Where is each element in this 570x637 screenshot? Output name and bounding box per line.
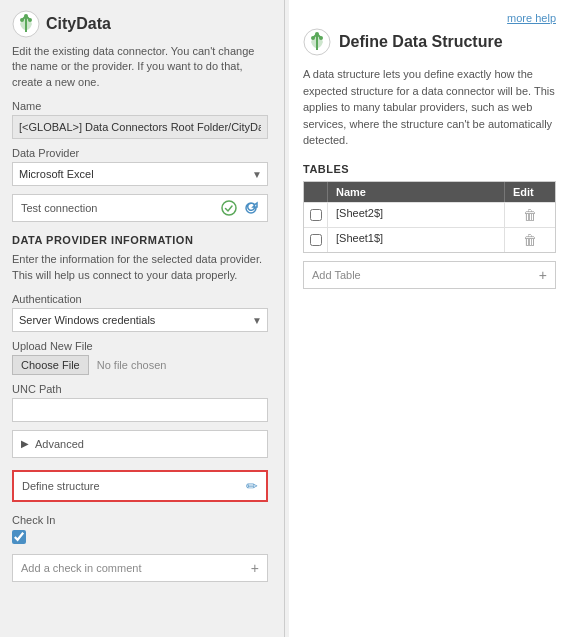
checkbox-row [12,530,268,544]
row-checkbox-2[interactable] [310,234,322,246]
test-connection-label: Test connection [21,202,221,214]
section-title: DATA PROVIDER INFORMATION [12,234,268,246]
authentication-select[interactable]: Server Windows credentials [12,308,268,332]
svg-point-6 [315,32,319,36]
add-comment-label: Add a check in comment [21,562,251,574]
check-icon [221,200,237,216]
refresh-icon [243,200,259,216]
header-edit-cell: Edit [505,182,555,202]
advanced-label: Advanced [35,438,84,450]
row-name-cell-1: [Sheet2$] [328,203,505,227]
check-in-checkbox[interactable] [12,530,26,544]
svg-point-4 [222,201,236,215]
define-structure-label: Define structure [22,480,246,492]
add-table-plus-icon: + [539,267,547,283]
tables-title: TABLES [303,163,556,175]
right-connector-icon [303,28,331,56]
left-panel: CityData Edit the existing data connecto… [0,0,280,637]
authentication-label: Authentication [12,293,268,305]
row-checkbox-1[interactable] [310,209,322,221]
delete-row-2-icon[interactable]: 🗑 [523,232,537,248]
table-header-row: Name Edit [304,182,555,202]
data-provider-wrapper: Microsoft Excel ▼ [12,162,268,186]
unc-input[interactable] [12,398,268,422]
define-structure-row[interactable]: Define structure ✏ [12,470,268,502]
row-checkbox-cell-1 [304,203,328,227]
svg-point-3 [28,18,32,22]
delete-row-1-icon[interactable]: 🗑 [523,207,537,223]
svg-point-1 [24,14,28,18]
row-checkbox-cell-2 [304,228,328,252]
panel-divider [284,0,285,637]
app-title: CityData [46,15,111,33]
description-text: Edit the existing data connector. You ca… [12,44,268,90]
name-label: Name [12,100,268,112]
svg-point-2 [20,18,24,22]
right-description: A data structure lets you define exactly… [303,66,556,149]
unc-label: UNC Path [12,383,268,395]
data-provider-select[interactable]: Microsoft Excel [12,162,268,186]
test-connection-row[interactable]: Test connection [12,194,268,222]
connector-icon [12,10,40,38]
file-upload-row: Choose File No file chosen [12,355,268,375]
right-title: Define Data Structure [339,33,503,51]
authentication-wrapper: Server Windows credentials ▼ [12,308,268,332]
add-table-label: Add Table [312,269,539,281]
name-input[interactable] [12,115,268,139]
advanced-row[interactable]: ▶ Advanced [12,430,268,458]
section-desc: Enter the information for the selected d… [12,252,268,283]
row-name-cell-2: [Sheet1$] [328,228,505,252]
more-help-link[interactable]: more help [303,12,556,24]
table-row: [Sheet1$] 🗑 [304,227,555,252]
choose-file-button[interactable]: Choose File [12,355,89,375]
add-table-row[interactable]: Add Table + [303,261,556,289]
data-provider-label: Data Provider [12,147,268,159]
svg-point-8 [319,36,323,40]
row-edit-cell-1: 🗑 [505,203,555,227]
tables-container: Name Edit [Sheet2$] 🗑 [Sheet1$] 🗑 [303,181,556,253]
svg-point-7 [311,36,315,40]
table-row: [Sheet2$] 🗑 [304,202,555,227]
test-icons [221,200,259,216]
define-structure-icon: ✏ [246,478,258,494]
right-panel: more help Define Data Structure A data s… [289,0,570,637]
header-name-cell: Name [328,182,505,202]
row-edit-cell-2: 🗑 [505,228,555,252]
header-checkbox-cell [304,182,328,202]
add-comment-plus-icon: + [251,560,259,576]
add-comment-row[interactable]: Add a check in comment + [12,554,268,582]
upload-label: Upload New File [12,340,268,352]
no-file-text: No file chosen [97,359,167,371]
advanced-arrow-icon: ▶ [21,438,29,449]
check-in-label: Check In [12,514,268,526]
